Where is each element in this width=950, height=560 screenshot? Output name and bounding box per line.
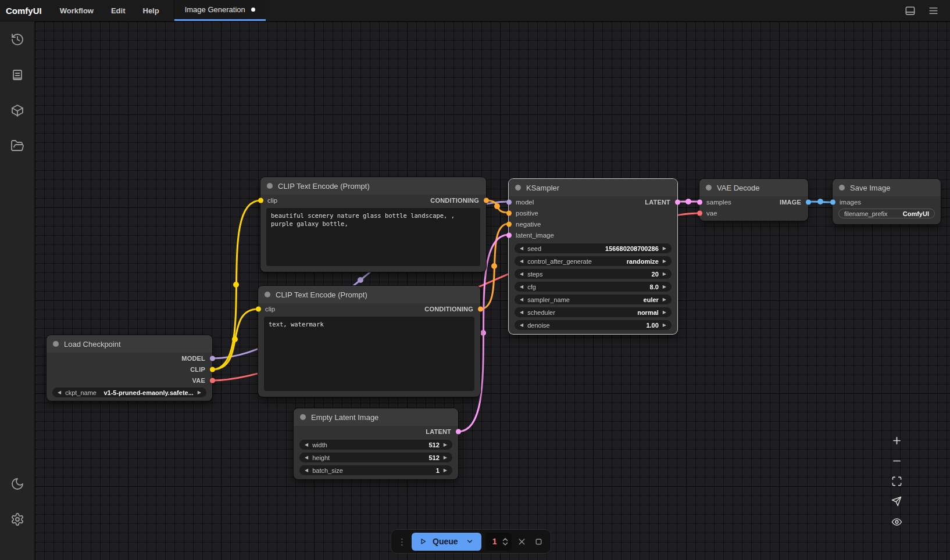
chevron-down-icon[interactable] (466, 537, 474, 545)
node-header[interactable]: Load Checkpoint (47, 335, 212, 353)
widget-right-arrow-icon[interactable]: ▶ (444, 468, 447, 473)
node-header[interactable]: KSampler (509, 179, 677, 196)
output-port-image[interactable] (806, 199, 811, 204)
settings-button[interactable] (0, 501, 35, 537)
sidebar-workflows-button[interactable] (0, 128, 35, 163)
scheduler-widget[interactable]: ◀ scheduler normal ▶ (515, 307, 672, 317)
input-port-negative[interactable] (506, 221, 512, 227)
menu-help[interactable]: Help (134, 0, 168, 21)
widget-right-arrow-icon[interactable]: ▶ (663, 297, 666, 302)
batch-count-input[interactable]: 1 (485, 533, 512, 551)
widget-left-arrow-icon[interactable]: ◀ (520, 259, 523, 264)
input-port-latent-image[interactable] (506, 232, 512, 238)
drag-handle[interactable]: ⋮ (397, 537, 408, 546)
widget-right-arrow-icon[interactable]: ▶ (663, 259, 666, 264)
stepper-down-icon[interactable] (502, 542, 509, 546)
prompt-text-input[interactable]: text, watermark (264, 317, 474, 391)
input-port-images[interactable] (830, 199, 835, 204)
widget-left-arrow-icon[interactable]: ◀ (520, 310, 523, 315)
widget-right-arrow-icon[interactable]: ▶ (663, 285, 666, 289)
node-save-image[interactable]: Save Image images filename_prefix ComfyU… (833, 179, 941, 224)
node-ksampler[interactable]: KSampler model LATENT positive negative … (509, 179, 677, 334)
widget-right-arrow-icon[interactable]: ▶ (198, 390, 201, 395)
widget-left-arrow-icon[interactable]: ◀ (305, 443, 308, 447)
ckpt-name-widget[interactable]: ◀ ckpt_name v1-5-pruned-emaonly.safete..… (52, 387, 206, 397)
widget-right-arrow-icon[interactable]: ▶ (663, 323, 666, 328)
steps-widget[interactable]: ◀ steps 20 ▶ (515, 269, 672, 279)
input-port-model[interactable] (506, 199, 512, 204)
input-port-samples[interactable] (697, 199, 702, 204)
stepper-up-icon[interactable] (502, 537, 509, 541)
collapse-dot[interactable] (300, 414, 306, 420)
workflow-tab[interactable]: Image Generation (174, 0, 266, 21)
prompt-text-input[interactable]: beautiful scenery nature glass bottle la… (266, 208, 480, 266)
input-port-positive[interactable] (506, 210, 512, 216)
collapse-dot[interactable] (265, 292, 270, 297)
widget-right-arrow-icon[interactable]: ▶ (663, 310, 666, 315)
widget-left-arrow-icon[interactable]: ◀ (520, 297, 523, 302)
sidebar-history-button[interactable] (0, 21, 35, 57)
widget-left-arrow-icon[interactable]: ◀ (520, 323, 523, 328)
queue-button[interactable]: Queue (412, 533, 481, 551)
widget-right-arrow-icon[interactable]: ▶ (444, 455, 447, 460)
node-header[interactable]: CLIP Text Encode (Prompt) (260, 177, 486, 195)
toggle-link-visibility-button[interactable] (891, 516, 902, 527)
cancel-button[interactable] (516, 533, 528, 550)
node-header[interactable]: Empty Latent Image (294, 408, 458, 426)
input-port-clip[interactable] (258, 198, 263, 203)
node-clip-text-encode-positive[interactable]: CLIP Text Encode (Prompt) clip CONDITION… (260, 177, 486, 272)
sidebar-logs-button[interactable] (0, 57, 35, 92)
menu-workflow[interactable]: Workflow (51, 0, 102, 21)
main-menu-button[interactable] (924, 2, 942, 19)
bottom-panel-button[interactable] (901, 2, 919, 19)
widget-left-arrow-icon[interactable]: ◀ (520, 285, 523, 289)
sampler-name-widget[interactable]: ◀ sampler_name euler ▶ (515, 295, 672, 304)
output-port-model[interactable] (210, 356, 215, 361)
batch-size-widget[interactable]: ◀ batch_size 1 ▶ (299, 465, 452, 475)
widget-right-arrow-icon[interactable]: ▶ (663, 246, 666, 251)
output-port-vae[interactable] (210, 378, 215, 383)
widget-left-arrow-icon[interactable]: ◀ (520, 246, 523, 251)
node-load-checkpoint[interactable]: Load Checkpoint MODEL CLIP VAE ◀ ckpt_na… (47, 335, 212, 401)
zoom-in-button[interactable] (891, 435, 902, 446)
node-header[interactable]: Save Image (833, 179, 941, 196)
output-port-clip[interactable] (210, 367, 215, 372)
output-port-conditioning[interactable] (478, 306, 483, 311)
seed-widget[interactable]: ◀ seed 156680208700286 ▶ (515, 243, 672, 253)
filename-prefix-widget[interactable]: filename_prefix ComfyUI (838, 209, 935, 218)
stop-button[interactable] (533, 533, 545, 550)
width-widget[interactable]: ◀ width 512 ▶ (299, 440, 452, 450)
node-clip-text-encode-negative[interactable]: CLIP Text Encode (Prompt) clip CONDITION… (258, 286, 480, 397)
node-graph-canvas[interactable] (35, 21, 950, 560)
widget-right-arrow-icon[interactable]: ▶ (663, 272, 666, 277)
collapse-dot[interactable] (515, 185, 521, 191)
collapse-dot[interactable] (53, 341, 59, 347)
widget-left-arrow-icon[interactable]: ◀ (305, 455, 308, 460)
denoise-widget[interactable]: ◀ denoise 1.00 ▶ (515, 320, 672, 330)
output-port-latent[interactable] (675, 199, 680, 204)
theme-toggle-button[interactable] (0, 466, 35, 501)
widget-right-arrow-icon[interactable]: ▶ (444, 443, 447, 447)
cfg-widget[interactable]: ◀ cfg 8.0 ▶ (515, 282, 672, 292)
output-port-latent[interactable] (456, 429, 461, 434)
fit-view-button[interactable] (891, 475, 902, 487)
node-empty-latent-image[interactable]: Empty Latent Image LATENT ◀ width 512 ▶ … (294, 408, 458, 479)
menu-edit[interactable]: Edit (102, 0, 134, 21)
node-header[interactable]: VAE Decode (699, 179, 808, 196)
collapse-dot[interactable] (267, 183, 273, 189)
widget-left-arrow-icon[interactable]: ◀ (520, 272, 523, 277)
control-after-generate-widget[interactable]: ◀ control_after_generate randomize ▶ (515, 256, 672, 266)
input-port-vae[interactable] (697, 210, 702, 216)
widget-left-arrow-icon[interactable]: ◀ (305, 468, 308, 473)
collapse-dot[interactable] (706, 185, 712, 191)
height-widget[interactable]: ◀ height 512 ▶ (299, 453, 452, 462)
zoom-out-button[interactable] (891, 455, 902, 466)
widget-left-arrow-icon[interactable]: ◀ (58, 390, 61, 395)
node-vae-decode[interactable]: VAE Decode samples IMAGE vae (699, 179, 808, 221)
output-port-conditioning[interactable] (484, 198, 489, 203)
collapse-dot[interactable] (839, 185, 845, 191)
select-mode-button[interactable] (891, 496, 902, 507)
sidebar-model-library-button[interactable] (0, 92, 35, 128)
input-port-clip[interactable] (256, 306, 261, 311)
node-header[interactable]: CLIP Text Encode (Prompt) (258, 286, 480, 303)
